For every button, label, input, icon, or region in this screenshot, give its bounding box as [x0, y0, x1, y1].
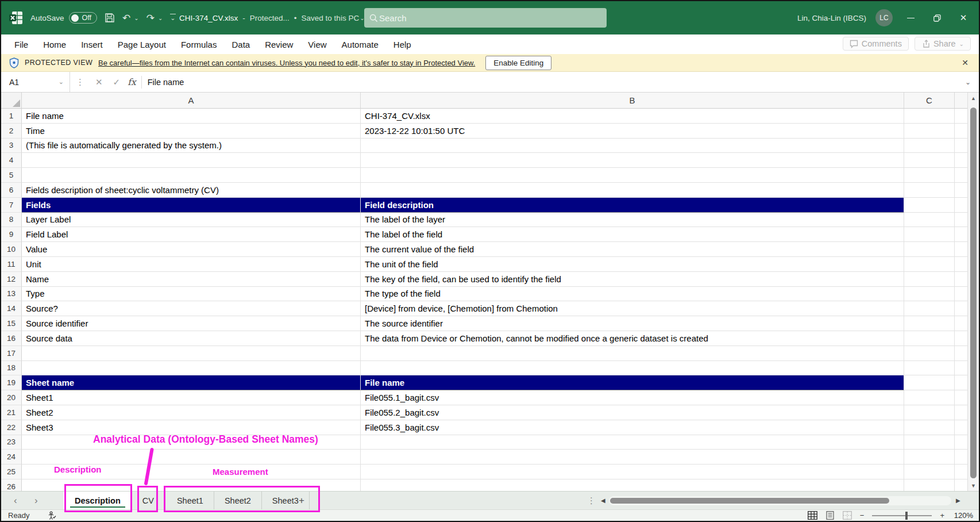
- cell-c[interactable]: [904, 346, 955, 361]
- banner-close-icon[interactable]: ✕: [962, 58, 969, 67]
- cancel-icon[interactable]: ✕: [90, 77, 108, 87]
- row-header[interactable]: 14: [1, 301, 22, 316]
- row-header[interactable]: 18: [1, 361, 22, 376]
- tab-file[interactable]: File: [7, 36, 36, 53]
- cell-a[interactable]: Sheet2: [22, 405, 361, 420]
- zoom-out-icon[interactable]: −: [860, 511, 865, 520]
- tabbar-handle-icon[interactable]: ⋮: [587, 492, 596, 509]
- cell-c[interactable]: [904, 153, 955, 168]
- close-button[interactable]: ✕: [955, 9, 972, 26]
- insert-function-icon[interactable]: fx: [125, 77, 141, 87]
- column-header-b[interactable]: B: [361, 93, 904, 108]
- accessibility-checker-icon[interactable]: [47, 511, 56, 520]
- cell-b[interactable]: [361, 450, 904, 465]
- cell-b[interactable]: CHI-374_CV.xlsx: [361, 109, 904, 124]
- tab-review[interactable]: Review: [257, 36, 300, 53]
- prev-sheet-icon[interactable]: ‹: [14, 492, 17, 509]
- scroll-up-icon[interactable]: ▲: [968, 95, 979, 101]
- search-box[interactable]: Search: [364, 8, 607, 28]
- cell-c[interactable]: [904, 272, 955, 287]
- cell-b[interactable]: [361, 435, 904, 450]
- cell-a[interactable]: Value: [22, 242, 361, 257]
- share-button[interactable]: Share ⌄: [915, 37, 971, 51]
- page-layout-view-icon[interactable]: [825, 511, 835, 520]
- cell-c[interactable]: [904, 227, 955, 242]
- cell-a[interactable]: [22, 346, 361, 361]
- cell-b[interactable]: [361, 153, 904, 168]
- cell-a[interactable]: Layer Label: [22, 213, 361, 228]
- name-box-chevron-icon[interactable]: ⌄: [59, 78, 64, 86]
- redo-chevron-icon[interactable]: ⌄: [158, 15, 163, 21]
- cell-b[interactable]: File055.3_bagit.csv: [361, 420, 904, 435]
- user-name[interactable]: Lin, Chia-Lin (IBCS): [797, 14, 866, 22]
- cell-a[interactable]: Source data: [22, 331, 361, 346]
- row-header[interactable]: 6: [1, 183, 22, 198]
- zoom-in-icon[interactable]: +: [940, 511, 944, 520]
- cell-c[interactable]: [904, 168, 955, 183]
- undo-icon[interactable]: ↶: [122, 13, 130, 23]
- scroll-down-icon[interactable]: ▼: [968, 483, 979, 489]
- cell-b[interactable]: The key of the field, can be used to ide…: [361, 272, 904, 287]
- save-icon[interactable]: [105, 13, 115, 23]
- normal-view-icon[interactable]: [808, 511, 817, 520]
- cell-c[interactable]: [904, 198, 955, 213]
- cell-a[interactable]: [22, 168, 361, 183]
- cell-a[interactable]: Sheet name: [22, 375, 361, 390]
- row-header[interactable]: 17: [1, 346, 22, 361]
- row-header[interactable]: 7: [1, 198, 22, 213]
- tab-page-layout[interactable]: Page Layout: [110, 36, 173, 53]
- cell-c[interactable]: [904, 213, 955, 228]
- cell-a[interactable]: Type: [22, 287, 361, 302]
- name-box[interactable]: A1 ⌄: [1, 72, 70, 92]
- row-header[interactable]: 1: [1, 109, 22, 124]
- cell-a[interactable]: Unit: [22, 257, 361, 272]
- cell-c[interactable]: [904, 390, 955, 405]
- column-header-c[interactable]: C: [904, 93, 955, 108]
- vertical-scrollbar-thumb[interactable]: [970, 108, 977, 478]
- zoom-slider-knob[interactable]: [905, 512, 908, 520]
- minimize-button[interactable]: [902, 9, 919, 26]
- cell-a[interactable]: [22, 479, 361, 491]
- row-header[interactable]: 13: [1, 287, 22, 302]
- cell-c[interactable]: [904, 405, 955, 420]
- tab-data[interactable]: Data: [224, 36, 257, 53]
- row-header[interactable]: 25: [1, 465, 22, 479]
- cell-b[interactable]: [361, 183, 904, 198]
- cell-a[interactable]: Source?: [22, 301, 361, 316]
- cell-c[interactable]: [904, 420, 955, 435]
- row-header[interactable]: 22: [1, 420, 22, 435]
- sheet-tab-cv[interactable]: CV: [137, 492, 160, 509]
- cell-a[interactable]: Sheet1: [22, 390, 361, 405]
- cell-b[interactable]: File055.2_bagit.csv: [361, 405, 904, 420]
- sheet-tab-sheet2[interactable]: Sheet2: [214, 492, 262, 509]
- cell-a[interactable]: [22, 153, 361, 168]
- cell-c[interactable]: [904, 479, 955, 491]
- cell-b[interactable]: The type of the field: [361, 287, 904, 302]
- cell-c[interactable]: [904, 450, 955, 465]
- comments-button[interactable]: Comments: [843, 37, 909, 51]
- cell-c[interactable]: [904, 361, 955, 376]
- restore-button[interactable]: [928, 9, 946, 26]
- cell-a[interactable]: Fields: [22, 198, 361, 213]
- cell-b[interactable]: [Device] from device, [Chemotion] from C…: [361, 301, 904, 316]
- row-header[interactable]: 9: [1, 227, 22, 242]
- cell-b[interactable]: File name: [361, 375, 904, 390]
- tab-formulas[interactable]: Formulas: [173, 36, 225, 53]
- protected-view-message[interactable]: Be careful—files from the Internet can c…: [98, 59, 475, 67]
- cell-b[interactable]: The source identifier: [361, 316, 904, 331]
- cell-b[interactable]: Field description: [361, 198, 904, 213]
- cell-b[interactable]: [361, 479, 904, 491]
- redo-icon[interactable]: ↷: [146, 13, 155, 23]
- row-header[interactable]: 15: [1, 316, 22, 331]
- row-header[interactable]: 16: [1, 331, 22, 346]
- cell-b[interactable]: The current value of the field: [361, 242, 904, 257]
- cell-a[interactable]: [22, 435, 361, 450]
- cell-c[interactable]: [904, 465, 955, 479]
- cell-a[interactable]: [22, 361, 361, 376]
- cell-b[interactable]: The unit of the field: [361, 257, 904, 272]
- cell-a[interactable]: Time: [22, 124, 361, 139]
- cell-a[interactable]: Name: [22, 272, 361, 287]
- cell-c[interactable]: [904, 242, 955, 257]
- cell-c[interactable]: [904, 331, 955, 346]
- formula-bar-handle-icon[interactable]: ⋮: [70, 77, 90, 87]
